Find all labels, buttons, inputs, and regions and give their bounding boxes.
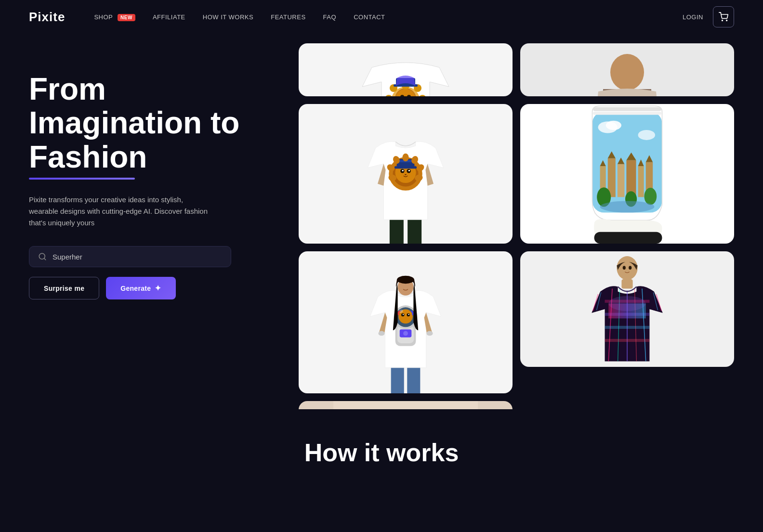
how-it-works-title: How it works (29, 438, 734, 467)
svg-rect-32 (395, 166, 417, 169)
svg-rect-102 (605, 339, 650, 342)
product-card-tshirt-lion[interactable] (299, 104, 513, 244)
svg-rect-101 (605, 326, 650, 329)
jacket-svg (520, 251, 734, 367)
how-it-works-section: How it works (0, 409, 763, 477)
svg-rect-88 (593, 107, 661, 111)
svg-point-0 (722, 20, 723, 21)
svg-point-51 (403, 314, 404, 315)
svg-point-34 (402, 154, 408, 162)
svg-point-93 (629, 266, 631, 270)
search-icon (38, 252, 47, 261)
brand-logo[interactable]: Pixite (29, 10, 65, 25)
svg-rect-89 (593, 112, 661, 115)
svg-point-64 (610, 54, 644, 91)
generate-label: Generate (120, 285, 151, 292)
svg-point-55 (403, 331, 408, 336)
generate-button[interactable]: Generate ✦ (106, 277, 175, 299)
svg-point-30 (408, 170, 410, 171)
partial-bottom-svg (299, 401, 513, 409)
nav-shop[interactable]: SHOP NEW (94, 13, 135, 21)
product-card-partial-top-left (299, 43, 513, 96)
svg-point-85 (644, 188, 657, 205)
nav-links: SHOP NEW AFFILIATE HOW IT WORKS FEATURES… (94, 13, 683, 21)
search-bar[interactable]: Superher (29, 246, 231, 267)
svg-rect-75 (638, 166, 644, 197)
search-input-value: Superher (53, 253, 82, 261)
svg-rect-73 (618, 164, 625, 197)
svg-line-3 (44, 259, 45, 260)
svg-point-109 (608, 296, 645, 311)
cart-button[interactable] (713, 6, 734, 27)
svg-point-70 (638, 130, 655, 140)
login-link[interactable]: LOGIN (683, 13, 703, 21)
nav-affiliate[interactable]: AFFILIATE (153, 13, 185, 21)
product-card-socks[interactable] (520, 104, 734, 244)
hero-title: From Imagination to Fashion (29, 72, 279, 174)
nav-features[interactable]: FEATURES (271, 13, 305, 21)
hero-left: From Imagination to Fashion Pixite trans… (29, 43, 279, 299)
new-badge: NEW (118, 14, 135, 21)
svg-point-56 (378, 331, 384, 336)
image-column-right (520, 43, 734, 409)
nav-right: LOGIN (683, 6, 734, 27)
surprise-me-button[interactable]: Surprise me (29, 277, 99, 299)
svg-rect-60 (333, 401, 478, 409)
svg-rect-108 (621, 279, 632, 288)
socks-svg (520, 104, 734, 244)
hero-section: From Imagination to Fashion Pixite trans… (0, 34, 763, 409)
cart-icon (719, 12, 728, 22)
tshirt-lion-svg (299, 104, 513, 244)
tshirt-partial-top-left (299, 43, 513, 96)
hero-buttons: Surprise me Generate ✦ (29, 277, 279, 299)
svg-point-1 (726, 20, 727, 21)
tshirt-astro-svg (299, 251, 513, 393)
svg-rect-87 (594, 232, 662, 244)
svg-point-52 (408, 314, 409, 315)
nav-contact[interactable]: CONTACT (354, 13, 385, 21)
svg-point-92 (623, 266, 626, 270)
svg-point-57 (426, 331, 433, 336)
sparkle-icon: ✦ (155, 284, 161, 293)
nav-how-it-works[interactable]: HOW IT WORKS (203, 13, 253, 21)
nav-faq[interactable]: FAQ (323, 13, 337, 21)
svg-point-86 (600, 201, 655, 212)
navbar: Pixite SHOP NEW AFFILIATE HOW IT WORKS F… (0, 0, 763, 34)
hero-underline (29, 178, 135, 180)
image-column-left (299, 43, 513, 409)
svg-point-29 (402, 170, 404, 171)
product-card-tshirt-astro[interactable] (299, 251, 513, 393)
product-card-partial-bottom (299, 401, 513, 409)
partial-top-right-svg (520, 43, 734, 96)
hero-images (279, 43, 734, 409)
svg-point-91 (617, 256, 637, 280)
svg-point-69 (606, 121, 621, 130)
hero-description: Pixite transforms your creative ideas in… (29, 194, 212, 229)
product-card-partial-top-right (520, 43, 734, 96)
product-card-jacket[interactable] (520, 251, 734, 367)
